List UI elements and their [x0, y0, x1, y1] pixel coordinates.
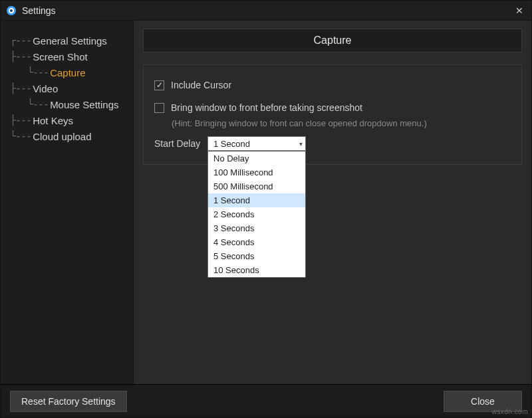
- sidebar-item-label: Screen Shot: [33, 51, 88, 62]
- delay-option[interactable]: 4 Seconds: [208, 235, 305, 249]
- delay-option[interactable]: 10 Seconds: [208, 263, 305, 277]
- sidebar-item-general-settings[interactable]: ┌--- General Settings: [1, 33, 133, 49]
- sidebar-item-hot-keys[interactable]: ├--- Hot Keys: [1, 112, 133, 128]
- tree-branch-icon: ┌---: [10, 35, 31, 47]
- close-button[interactable]: Close: [444, 391, 522, 412]
- include-cursor-label: Include Cursor: [171, 80, 231, 90]
- panel-body: Include Cursor Bring window to front bef…: [143, 64, 522, 165]
- delay-option[interactable]: 1 Second: [208, 193, 305, 207]
- start-delay-combo[interactable]: 1 Second ▾ No Delay 100 Millisecond 500 …: [207, 136, 306, 151]
- sidebar-item-label: Capture: [50, 67, 85, 78]
- sidebar: ┌--- General Settings ├--- Screen Shot └…: [1, 21, 134, 384]
- start-delay-label: Start Delay: [154, 138, 207, 149]
- bring-front-checkbox[interactable]: [154, 103, 164, 113]
- start-delay-options: No Delay 100 Millisecond 500 Millisecond…: [207, 151, 306, 278]
- svg-point-2: [10, 9, 13, 12]
- sidebar-item-video[interactable]: ├--- Video: [1, 80, 133, 96]
- tree-branch-icon: └---: [27, 98, 49, 110]
- tree-branch-icon: ├---: [10, 114, 31, 126]
- sidebar-item-label: Mouse Settings: [50, 99, 118, 110]
- sidebar-item-mouse-settings[interactable]: └--- Mouse Settings: [1, 96, 133, 112]
- sidebar-item-capture[interactable]: └--- Capture: [1, 64, 133, 80]
- reset-factory-button[interactable]: Reset Factory Settings: [10, 391, 127, 412]
- delay-option[interactable]: 3 Seconds: [208, 221, 305, 235]
- tree-branch-icon: └---: [10, 130, 31, 142]
- tree-branch-icon: └---: [27, 66, 49, 78]
- sidebar-item-cloud-upload[interactable]: └--- Cloud upload: [1, 128, 133, 144]
- app-icon: [6, 5, 17, 16]
- include-cursor-row: Include Cursor: [154, 80, 511, 90]
- sidebar-item-screen-shot[interactable]: ├--- Screen Shot: [1, 49, 133, 64]
- sidebar-item-label: Video: [33, 83, 58, 94]
- start-delay-value: 1 Second: [213, 139, 250, 149]
- delay-option[interactable]: 2 Seconds: [208, 207, 305, 221]
- sidebar-item-label: General Settings: [33, 35, 107, 47]
- start-delay-combo-head[interactable]: 1 Second ▾: [207, 136, 306, 151]
- delay-option[interactable]: 5 Seconds: [208, 249, 305, 263]
- footer: Reset Factory Settings Close: [1, 384, 531, 417]
- settings-window: Settings ✕ ┌--- General Settings ├--- Sc…: [0, 0, 532, 418]
- sidebar-item-label: Hot Keys: [33, 115, 73, 126]
- close-icon[interactable]: ✕: [513, 5, 526, 16]
- bring-front-label: Bring window to front before taking scre…: [171, 102, 362, 113]
- include-cursor-checkbox[interactable]: [154, 80, 164, 90]
- titlebar: Settings ✕: [1, 1, 531, 21]
- panel-title: Capture: [143, 29, 522, 52]
- start-delay-row: Start Delay 1 Second ▾ No Delay 100 Mill…: [154, 136, 511, 151]
- window-title: Settings: [22, 5, 513, 16]
- tree-branch-icon: ├---: [10, 82, 31, 94]
- bring-front-hint: (Hint: Bringing window to front can clos…: [172, 118, 511, 128]
- delay-option[interactable]: 500 Millisecond: [208, 179, 305, 193]
- content-panel: Capture Include Cursor Bring window to f…: [134, 21, 531, 384]
- sidebar-item-label: Cloud upload: [33, 131, 91, 142]
- chevron-down-icon: ▾: [299, 140, 303, 148]
- bring-front-row: Bring window to front before taking scre…: [154, 102, 511, 113]
- window-body: ┌--- General Settings ├--- Screen Shot └…: [1, 21, 531, 384]
- tree-branch-icon: ├---: [10, 51, 31, 62]
- delay-option[interactable]: No Delay: [208, 152, 305, 165]
- delay-option[interactable]: 100 Millisecond: [208, 165, 305, 179]
